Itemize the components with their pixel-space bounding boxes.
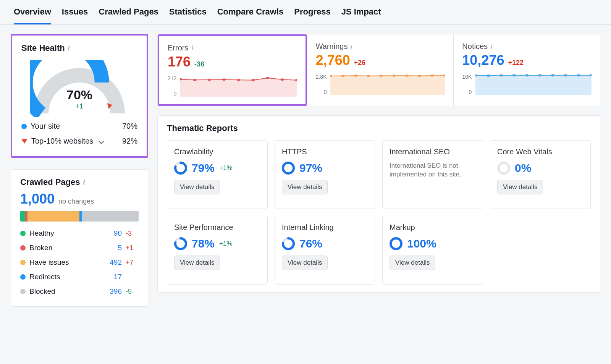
donut-icon xyxy=(282,162,295,175)
view-details-button[interactable]: View details xyxy=(174,180,220,194)
info-icon[interactable]: i xyxy=(351,42,352,50)
tab-issues[interactable]: Issues xyxy=(62,7,88,24)
crawled-row-have-issues[interactable]: Have issues 492 +7 xyxy=(20,255,139,270)
donut-icon xyxy=(174,237,187,250)
view-details-button[interactable]: View details xyxy=(282,180,328,194)
metric-warnings[interactable]: Warnings i 2,760 +26 2.8K0 xyxy=(307,34,454,106)
sparkline-chart xyxy=(180,75,297,97)
crawled-pages-title: Crawled Pages i xyxy=(20,177,139,187)
metric-delta: +26 xyxy=(354,59,366,67)
svg-point-25 xyxy=(538,74,541,76)
svg-point-18 xyxy=(431,74,434,77)
view-details-button[interactable]: View details xyxy=(497,180,543,194)
crawled-label: Have issues xyxy=(29,258,102,267)
metrics-row: Errors i 176 -36 2120 Warnings i 2,760 +… xyxy=(157,34,600,106)
metric-value: 2,760 xyxy=(316,52,350,68)
thematic-card-title: Crawlability xyxy=(174,147,260,156)
thematic-reports-card: Thematic Reports Crawlability 79% +1% Vi… xyxy=(157,115,600,293)
tab-bar: OverviewIssuesCrawled PagesStatisticsCom… xyxy=(0,0,611,25)
svg-point-22 xyxy=(499,74,503,76)
dot-icon xyxy=(20,289,26,294)
svg-point-14 xyxy=(380,74,383,77)
svg-point-27 xyxy=(564,74,567,76)
tab-progress[interactable]: Progress xyxy=(294,7,330,24)
crawled-label: Redirects xyxy=(29,273,102,281)
thematic-card-pct: 100% xyxy=(407,237,436,250)
triangle-down-icon xyxy=(21,139,27,144)
thematic-card-pct: 0% xyxy=(515,162,531,175)
thematic-card-delta: +1% xyxy=(219,164,233,172)
thematic-card-internal-linking: Internal Linking 76% View details xyxy=(275,216,375,285)
thematic-card-delta: +1% xyxy=(219,240,233,248)
legend-value: 92% xyxy=(122,137,137,146)
thematic-card-pct: 76% xyxy=(299,237,322,250)
mini-chart-axis: 10K0 xyxy=(462,74,472,95)
tab-js-impact[interactable]: JS Impact xyxy=(341,7,381,24)
crawled-row-redirects[interactable]: Redirects 17 xyxy=(20,270,139,284)
metric-delta: +122 xyxy=(508,59,524,67)
site-health-title: Site Health i xyxy=(21,43,137,53)
thematic-card-desc: International SEO is not implemented on … xyxy=(390,162,476,179)
chevron-down-icon[interactable] xyxy=(99,138,104,144)
legend-value: 70% xyxy=(122,122,137,131)
svg-point-2 xyxy=(193,79,197,81)
svg-point-5 xyxy=(237,79,240,81)
svg-point-15 xyxy=(393,74,396,77)
crawled-label: Healthy xyxy=(29,229,102,238)
tab-crawled-pages[interactable]: Crawled Pages xyxy=(99,7,158,24)
crawled-value: 17 xyxy=(106,273,122,281)
crawled-delta: -5 xyxy=(126,288,139,296)
site-health-card: Site Health i 70% +1 Your site70%Top-10%… xyxy=(11,34,148,158)
crawled-pages-card: Crawled Pages i 1,000 no changes Healthy… xyxy=(11,169,148,307)
crawled-row-healthy[interactable]: Healthy 90 -3 xyxy=(20,226,139,241)
crawled-delta: -3 xyxy=(126,230,139,238)
info-icon[interactable]: i xyxy=(191,44,193,52)
view-details-button[interactable]: View details xyxy=(174,256,220,270)
thematic-card-site-performance: Site Performance 78% +1% View details xyxy=(167,216,268,285)
info-icon[interactable]: i xyxy=(491,42,493,50)
donut-icon xyxy=(390,237,402,250)
svg-point-24 xyxy=(525,74,529,76)
mini-chart-axis: 2120 xyxy=(168,75,176,97)
thematic-card-pct: 79% xyxy=(192,162,215,175)
info-icon[interactable]: i xyxy=(83,178,85,186)
view-details-button[interactable]: View details xyxy=(282,256,328,270)
crawled-pages-title-text: Crawled Pages xyxy=(20,177,80,187)
svg-point-8 xyxy=(281,78,284,81)
tab-statistics[interactable]: Statistics xyxy=(169,7,207,24)
donut-icon xyxy=(174,162,187,175)
svg-point-7 xyxy=(266,77,270,79)
svg-point-12 xyxy=(354,74,358,77)
crawled-row-broken[interactable]: Broken 5 +1 xyxy=(20,241,139,255)
crawled-label: Blocked xyxy=(29,287,102,296)
crawled-value: 90 xyxy=(106,229,122,238)
metric-notices[interactable]: Notices i 10,276 +122 10K0 xyxy=(453,34,600,106)
thematic-card-crawlability: Crawlability 79% +1% View details xyxy=(167,140,268,209)
metric-title: Errors i xyxy=(168,44,297,52)
tab-compare-crawls[interactable]: Compare Crawls xyxy=(217,7,284,24)
view-details-button[interactable]: View details xyxy=(390,256,435,270)
thematic-card-title: International SEO xyxy=(390,147,476,156)
sparkline-chart xyxy=(475,74,592,95)
svg-point-13 xyxy=(367,75,370,77)
tab-overview[interactable]: Overview xyxy=(14,7,51,24)
thematic-card-markup: Markup 100% View details xyxy=(382,216,483,285)
svg-point-6 xyxy=(252,79,255,81)
info-icon[interactable]: i xyxy=(68,44,70,52)
metric-errors[interactable]: Errors i 176 -36 2120 xyxy=(158,34,307,106)
thematic-card-international-seo: International SEOInternational SEO is no… xyxy=(382,140,483,209)
thematic-card-title: Internal Linking xyxy=(282,223,368,232)
thematic-card-title: Markup xyxy=(390,223,476,232)
bar-segment xyxy=(20,211,25,222)
crawled-value: 396 xyxy=(106,287,122,296)
crawled-stacked-bar xyxy=(20,211,139,222)
svg-point-23 xyxy=(512,74,516,76)
crawled-row-blocked[interactable]: Blocked 396 -5 xyxy=(20,284,139,299)
svg-point-3 xyxy=(208,79,211,81)
thematic-card-title: HTTPS xyxy=(282,147,368,156)
legend-label: Your site xyxy=(31,122,60,131)
crawled-delta: +7 xyxy=(126,259,139,267)
site-health-legend-row[interactable]: Top-10% websites92% xyxy=(21,134,137,149)
donut-icon xyxy=(497,162,510,175)
crawled-label: Broken xyxy=(29,244,102,252)
